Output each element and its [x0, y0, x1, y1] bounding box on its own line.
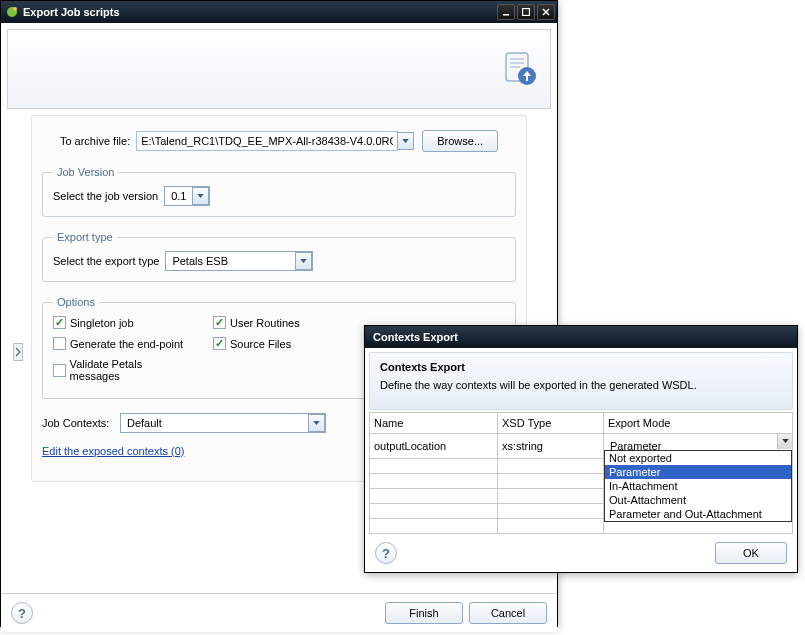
- svg-rect-3: [523, 9, 530, 16]
- collapse-handle[interactable]: [13, 343, 23, 361]
- singleton-job-checkbox[interactable]: Singleton job: [53, 316, 191, 329]
- svg-rect-9: [510, 66, 520, 68]
- job-contexts-value: Default: [123, 417, 309, 429]
- dialog-body: Contexts Export Define the way contexts …: [365, 348, 797, 572]
- archive-row: To archive file: Browse...: [42, 130, 516, 152]
- source-files-label: Source Files: [230, 338, 291, 350]
- finish-button[interactable]: Finish: [385, 602, 463, 624]
- job-version-legend: Job Version: [53, 166, 118, 178]
- export-type-label: Select the export type: [53, 255, 159, 267]
- table-header-row: Name XSD Type Export Mode: [370, 413, 793, 434]
- cell-name: outputLocation: [370, 433, 498, 458]
- export-type-legend: Export type: [53, 231, 117, 243]
- dialog-titlebar[interactable]: Contexts Export: [365, 326, 797, 348]
- contexts-table: Name XSD Type Export Mode outputLocation…: [369, 412, 793, 534]
- dialog-title: Contexts Export: [369, 331, 795, 343]
- job-contexts-select[interactable]: Default: [120, 413, 326, 433]
- svg-rect-8: [510, 62, 524, 64]
- option-param-and-out[interactable]: Parameter and Out-Attachment: [605, 507, 791, 521]
- export-type-value: Petals ESB: [168, 255, 296, 267]
- titlebar[interactable]: Export Job scripts: [1, 1, 557, 23]
- generate-endpoint-checkbox[interactable]: Generate the end-point: [53, 337, 191, 350]
- job-version-value: 0.1: [167, 190, 193, 202]
- source-files-checkbox[interactable]: Source Files: [213, 337, 351, 350]
- svg-rect-2: [503, 14, 509, 16]
- svg-point-1: [13, 7, 17, 11]
- validate-petals-label: Validate Petals messages: [70, 358, 191, 382]
- export-type-fieldset: Export type Select the export type Petal…: [42, 231, 516, 282]
- generate-endpoint-label: Generate the end-point: [70, 338, 183, 350]
- dialog-header: Contexts Export Define the way contexts …: [369, 352, 793, 410]
- minimize-button[interactable]: [497, 4, 515, 20]
- export-type-select[interactable]: Petals ESB: [165, 251, 313, 271]
- options-legend: Options: [53, 296, 99, 308]
- job-contexts-label: Job Contexts:: [42, 417, 114, 429]
- app-icon: [5, 5, 19, 19]
- header-banner: [7, 29, 551, 109]
- ok-button[interactable]: OK: [715, 542, 787, 564]
- help-icon[interactable]: ?: [11, 602, 33, 624]
- chevron-down-icon: [308, 414, 325, 432]
- col-mode: Export Mode: [604, 413, 793, 434]
- option-not-exported[interactable]: Not exported: [605, 451, 791, 465]
- option-out-attachment[interactable]: Out-Attachment: [605, 493, 791, 507]
- edit-exposed-contexts-link[interactable]: Edit the exposed contexts (0): [42, 445, 184, 457]
- archive-label: To archive file:: [60, 135, 130, 147]
- browse-button[interactable]: Browse...: [422, 130, 498, 152]
- dialog-description: Define the way contexts will be exported…: [380, 379, 782, 391]
- user-routines-label: User Routines: [230, 317, 300, 329]
- export-icon: [500, 49, 540, 89]
- export-mode-dropdown-list: Not exported Parameter In-Attachment Out…: [604, 450, 792, 522]
- help-icon[interactable]: ?: [375, 542, 397, 564]
- bottom-bar: ? Finish Cancel: [1, 593, 557, 632]
- validate-petals-checkbox[interactable]: Validate Petals messages: [53, 358, 191, 382]
- option-in-attachment[interactable]: In-Attachment: [605, 479, 791, 493]
- close-button[interactable]: [537, 4, 555, 20]
- svg-rect-7: [510, 58, 524, 60]
- cell-xsd: xs:string: [498, 433, 604, 458]
- job-version-label: Select the job version: [53, 190, 158, 202]
- dialog-heading: Contexts Export: [380, 361, 782, 373]
- archive-dropdown-button[interactable]: [397, 132, 414, 150]
- option-parameter[interactable]: Parameter: [605, 465, 791, 479]
- job-version-select[interactable]: 0.1: [164, 186, 210, 206]
- col-name: Name: [370, 413, 498, 434]
- col-xsd: XSD Type: [498, 413, 604, 434]
- contexts-export-dialog: Contexts Export Contexts Export Define t…: [364, 325, 798, 573]
- job-version-fieldset: Job Version Select the job version 0.1: [42, 166, 516, 217]
- table-row: outputLocation xs:string Parameter Not e…: [370, 433, 793, 458]
- archive-file-input[interactable]: [136, 131, 398, 151]
- maximize-button[interactable]: [517, 4, 535, 20]
- chevron-down-icon: [192, 187, 209, 205]
- chevron-down-icon: [295, 252, 312, 270]
- user-routines-checkbox[interactable]: User Routines: [213, 316, 351, 329]
- window-title: Export Job scripts: [23, 6, 495, 18]
- dialog-bottom-bar: ? OK: [369, 534, 793, 572]
- singleton-label: Singleton job: [70, 317, 134, 329]
- cancel-button[interactable]: Cancel: [469, 602, 547, 624]
- export-mode-dropdown-button[interactable]: [777, 434, 792, 449]
- export-mode-cell[interactable]: Parameter Not exported Parameter In-Atta…: [604, 433, 793, 458]
